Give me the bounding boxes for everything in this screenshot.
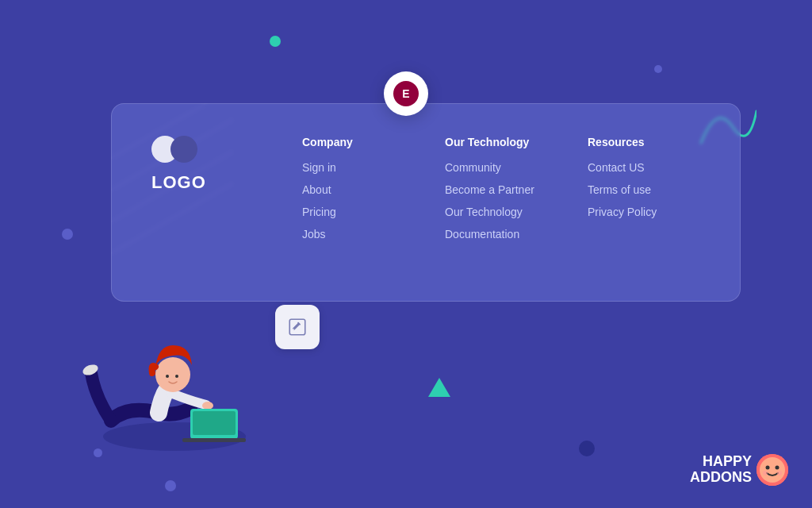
dot-teal-top xyxy=(270,36,281,47)
tech-link-docs[interactable]: Documentation xyxy=(445,228,540,241)
happy-text-line2: ADDONS xyxy=(690,470,752,486)
resources-link-privacy[interactable]: Privacy Policy xyxy=(588,206,683,218)
nav-columns: Company Sign in About Pricing Jobs Our T… xyxy=(302,136,700,250)
dot-blue-bottom-left2 xyxy=(165,480,176,491)
company-link-signin[interactable]: Sign in xyxy=(302,161,397,174)
resources-link-contact[interactable]: Contact US xyxy=(588,161,683,174)
edit-icon-box[interactable] xyxy=(275,305,320,349)
logo-circles xyxy=(151,136,197,163)
tech-link-partner[interactable]: Become a Partner xyxy=(445,183,540,196)
elementor-icon[interactable]: E xyxy=(384,71,428,116)
resources-title: Resources xyxy=(588,136,683,148)
happy-addons-logo: HAPPY ADDONS xyxy=(690,454,788,486)
tech-link-technology[interactable]: Our Technology xyxy=(445,206,540,218)
logo-text: LOGO xyxy=(151,172,206,193)
dot-blue-top-right xyxy=(654,65,662,73)
svg-point-7 xyxy=(155,357,190,392)
happy-emoji-icon xyxy=(756,454,788,486)
teal-triangle xyxy=(428,378,450,397)
svg-point-9 xyxy=(175,375,178,378)
company-link-about[interactable]: About xyxy=(302,183,397,196)
logo-circle-dark xyxy=(170,136,197,163)
happy-text-line1: HAPPY xyxy=(703,454,752,470)
footer-card: LOGO Company Sign in About Pricing Jobs … xyxy=(111,103,741,302)
dot-dark-bottom xyxy=(579,441,595,456)
company-title: Company xyxy=(302,136,397,148)
svg-rect-6 xyxy=(182,438,246,442)
person-illustration xyxy=(48,310,270,468)
svg-point-11 xyxy=(760,457,785,483)
elementor-letter: E xyxy=(402,87,409,100)
tech-link-community[interactable]: Community xyxy=(445,161,540,174)
svg-point-3 xyxy=(202,402,213,410)
dot-blue-left xyxy=(62,229,73,240)
page-wrapper: E LOGO Company Sign in About Pricing xyxy=(0,0,812,508)
svg-point-8 xyxy=(166,375,169,378)
company-column: Company Sign in About Pricing Jobs xyxy=(302,136,397,250)
company-link-jobs[interactable]: Jobs xyxy=(302,228,397,241)
svg-rect-5 xyxy=(193,411,236,435)
company-link-pricing[interactable]: Pricing xyxy=(302,206,397,218)
svg-point-14 xyxy=(763,471,768,475)
svg-point-12 xyxy=(766,466,770,470)
logo-section: LOGO xyxy=(151,136,255,193)
svg-point-15 xyxy=(777,471,782,475)
technology-title: Our Technology xyxy=(445,136,540,148)
edit-icon xyxy=(287,317,308,337)
resources-link-terms[interactable]: Terms of use xyxy=(588,183,683,196)
resources-column: Resources Contact US Terms of use Privac… xyxy=(588,136,683,250)
elementor-icon-letter: E xyxy=(393,81,419,106)
svg-point-13 xyxy=(776,466,779,470)
technology-column: Our Technology Community Become a Partne… xyxy=(445,136,540,250)
